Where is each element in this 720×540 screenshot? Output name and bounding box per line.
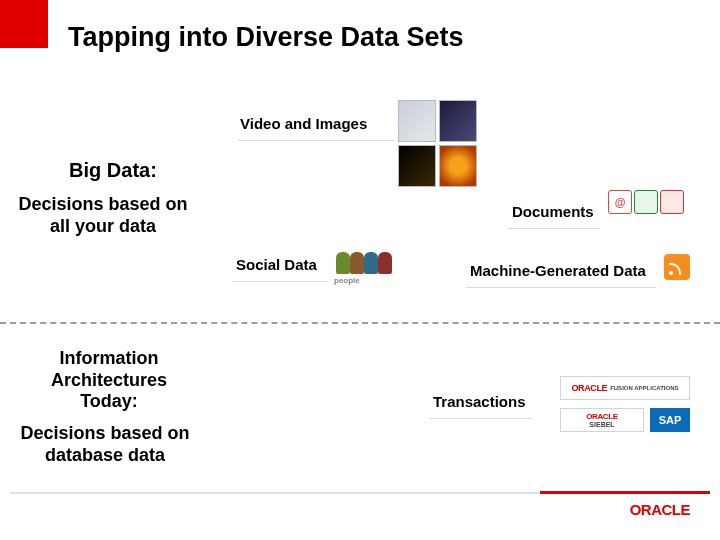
- thumb: [398, 145, 436, 187]
- underline: [508, 228, 600, 229]
- vendor-oracle-siebel: ORACLE SIEBEL: [560, 408, 644, 432]
- bigdata-heading: Big Data:: [28, 158, 198, 182]
- underline: [466, 287, 656, 288]
- people-caption: people: [334, 276, 360, 285]
- page-title: Tapping into Diverse Data Sets: [68, 22, 464, 53]
- person-icon: [378, 252, 392, 274]
- person-icon: [350, 252, 364, 274]
- spreadsheet-icon: [634, 190, 658, 214]
- vendor-sap: SAP: [650, 408, 690, 432]
- underline: [430, 418, 532, 419]
- thumb: [439, 145, 477, 187]
- today-heading: Information Architectures Today:: [24, 348, 194, 413]
- underline: [238, 140, 394, 141]
- horizontal-divider: [0, 322, 720, 324]
- rss-icon: [664, 254, 690, 280]
- people-icon: [336, 252, 392, 274]
- person-icon: [364, 252, 378, 274]
- oracle-wordmark: ORACLE: [586, 412, 617, 421]
- bigdata-subheading: Decisions based on all your data: [8, 194, 198, 237]
- thumb: [439, 100, 477, 142]
- today-subheading: Decisions based on database data: [10, 423, 200, 466]
- pdf-icon: [660, 190, 684, 214]
- documents-icons: @: [608, 190, 684, 214]
- oracle-wordmark: ORACLE: [572, 383, 608, 393]
- video-images-thumbs: [398, 100, 477, 187]
- footer-oracle-logo: ORACLE: [630, 501, 690, 518]
- vendor-oracle-fusion: ORACLE FUSION APPLICATIONS: [560, 376, 690, 400]
- label-documents: Documents: [512, 203, 594, 221]
- label-video-images: Video and Images: [240, 115, 367, 133]
- siebel-text: SIEBEL: [589, 421, 614, 428]
- person-icon: [336, 252, 350, 274]
- label-transactions: Transactions: [433, 393, 526, 411]
- footer-red-accent: [540, 491, 710, 494]
- thumb: [398, 100, 436, 142]
- underline: [232, 281, 328, 282]
- label-social-data: Social Data: [236, 256, 317, 274]
- fusion-text: FUSION APPLICATIONS: [610, 385, 678, 391]
- at-icon: @: [608, 190, 632, 214]
- label-machine-generated: Machine-Generated Data: [470, 262, 646, 280]
- corner-red-block: [0, 0, 48, 48]
